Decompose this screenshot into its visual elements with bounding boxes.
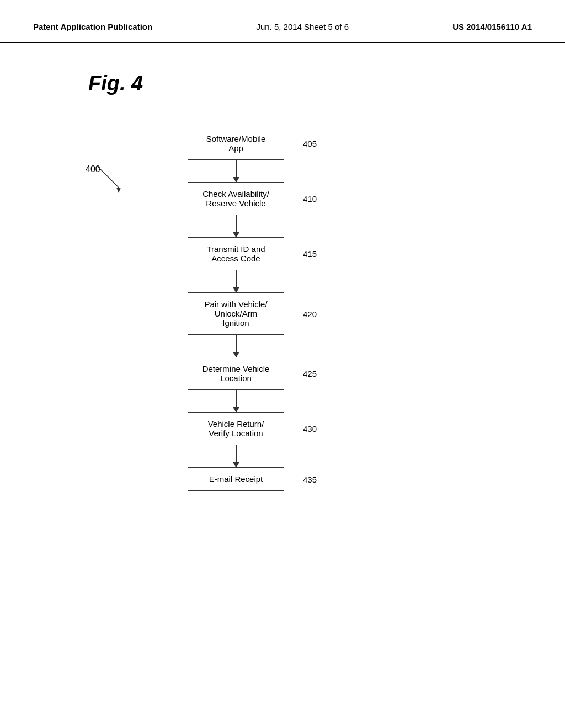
flow-ref-430: 430 [303, 424, 317, 433]
arrow-415-420 [236, 270, 237, 292]
flow-diagram: Software/MobileApp 405 Check Availabilit… [0, 110, 565, 728]
flow-box-435: E-mail Receipt 435 [188, 467, 284, 491]
flow-box-415: Transmit ID andAccess Code 415 [188, 237, 284, 270]
flow-item-420: Pair with Vehicle/Unlock/ArmIgnition 420 [188, 292, 284, 357]
flow-item-435: E-mail Receipt 435 [188, 467, 284, 491]
flow-box-430-label: Vehicle Return/Verify Location [208, 419, 264, 438]
arrow-405-410 [236, 160, 237, 182]
flow-box-410-label: Check Availability/Reserve Vehicle [202, 189, 269, 208]
flow-item-430: Vehicle Return/Verify Location 430 [188, 412, 284, 467]
arrow-425-430 [236, 390, 237, 412]
header-right-text: US 2014/0156110 A1 [452, 22, 532, 31]
flow-box-425-label: Determine VehicleLocation [202, 364, 270, 383]
flow-box-420-label: Pair with Vehicle/Unlock/ArmIgnition [204, 299, 267, 328]
flow-item-415: Transmit ID andAccess Code 415 [188, 237, 284, 292]
flow-box-425: Determine VehicleLocation 425 [188, 357, 284, 390]
flow-box-415-label: Transmit ID andAccess Code [206, 244, 265, 263]
flow-ref-415: 415 [303, 249, 317, 259]
flow-box-405-label: Software/MobileApp [206, 134, 266, 153]
arrow-420-425 [236, 335, 237, 357]
header-center-text: Jun. 5, 2014 Sheet 5 of 6 [256, 22, 349, 31]
flow-ref-425: 425 [303, 369, 317, 378]
flow-box-410: Check Availability/Reserve Vehicle 410 [188, 182, 284, 215]
flow-box-405: Software/MobileApp 405 [188, 127, 284, 160]
page-header: Patent Application Publication Jun. 5, 2… [0, 0, 565, 43]
header-left-text: Patent Application Publication [33, 22, 152, 31]
figure-title: Fig. 4 [88, 72, 143, 95]
flow-ref-420: 420 [303, 309, 317, 318]
flow-box-435-label: E-mail Receipt [209, 474, 263, 484]
flow-item-405: Software/MobileApp 405 [188, 127, 284, 182]
flow-ref-405: 405 [303, 139, 317, 148]
flow-ref-410: 410 [303, 194, 317, 204]
arrow-410-415 [236, 215, 237, 237]
flow-item-410: Check Availability/Reserve Vehicle 410 [188, 182, 284, 237]
arrow-430-435 [236, 445, 237, 467]
flow-box-420: Pair with Vehicle/Unlock/ArmIgnition 420 [188, 292, 284, 335]
flow-ref-435: 435 [303, 474, 317, 484]
flow-item-425: Determine VehicleLocation 425 [188, 357, 284, 412]
flow-box-430: Vehicle Return/Verify Location 430 [188, 412, 284, 445]
